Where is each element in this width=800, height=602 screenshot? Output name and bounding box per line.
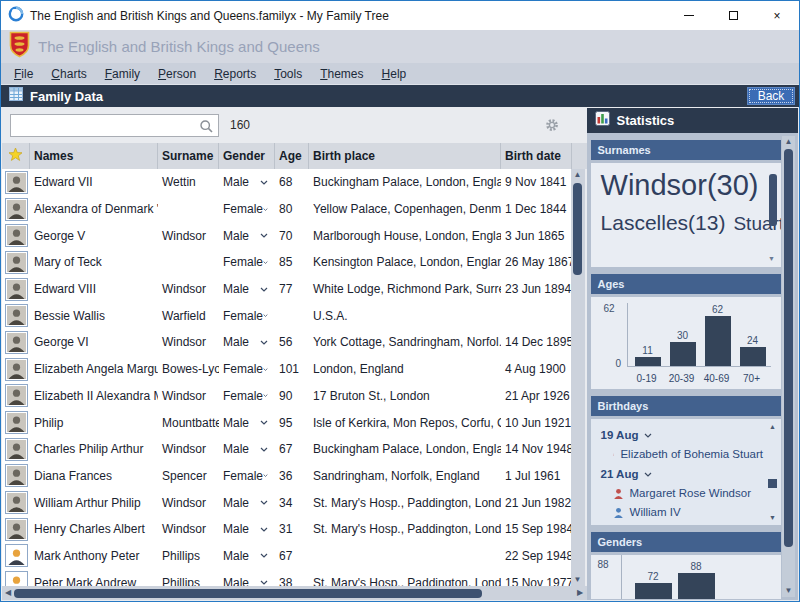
birthday-person[interactable]: Margaret Rose Windsor — [613, 487, 763, 499]
cell-gender[interactable]: Female — [219, 255, 275, 269]
scroll-down-icon[interactable]: ▼ — [767, 514, 778, 521]
person-photo[interactable] — [2, 571, 30, 587]
scroll-right-icon[interactable]: ▶ — [574, 586, 586, 600]
cell-gender[interactable]: Female — [219, 309, 275, 323]
person-photo[interactable] — [2, 198, 30, 221]
person-photo[interactable] — [2, 518, 30, 541]
person-photo[interactable] — [2, 171, 30, 194]
table-row[interactable]: Elizabeth II Alexandra MaryWindsorFemale… — [2, 383, 572, 410]
person-icon — [613, 449, 615, 460]
statistics-scroll-thumb[interactable] — [784, 149, 793, 547]
table-row[interactable]: George VIWindsorMale56York Cottage, Sand… — [2, 329, 572, 356]
column-header-names[interactable]: Names — [30, 143, 158, 169]
cell-gender[interactable]: Male — [219, 335, 275, 349]
person-photo[interactable] — [2, 304, 30, 327]
statistics-scrollbar[interactable]: ▲ ▼ — [782, 136, 795, 597]
menu-item-charts[interactable]: Charts — [42, 67, 95, 81]
scroll-left-icon[interactable]: ◀ — [2, 586, 14, 600]
scroll-down-icon[interactable]: ▼ — [768, 255, 778, 262]
cell-gender[interactable]: Male — [219, 416, 275, 430]
table-row[interactable]: Charles Philip ArthurWindsorMale67Buckin… — [2, 436, 572, 463]
cell-gender[interactable]: Male — [219, 442, 275, 456]
cell-gender[interactable]: Female — [219, 202, 275, 216]
scroll-up-icon[interactable]: ▲ — [767, 423, 778, 430]
table-row[interactable]: Elizabeth Angela MargueriteBowes-LyonFem… — [2, 356, 572, 383]
vertical-scroll-thumb[interactable] — [573, 183, 582, 275]
person-photo[interactable] — [2, 438, 30, 461]
table-row[interactable]: Bessie WallisWarfieldFemaleU.S.A. — [2, 302, 572, 329]
birthday-person[interactable]: Elizabeth of Bohemia Stuart — [613, 448, 763, 460]
favorite-column-header[interactable] — [2, 143, 30, 169]
table-row[interactable]: Mary of TeckFemale85Kensington Palace, L… — [2, 249, 572, 276]
table-row[interactable]: Peter Mark AndrewPhillipsMale38St. Mary'… — [2, 569, 572, 587]
cell-gender[interactable]: Male — [219, 522, 275, 536]
cell-gender[interactable]: Female — [219, 469, 275, 483]
person-photo[interactable] — [2, 384, 30, 407]
surnames-scroll-thumb[interactable] — [769, 174, 777, 226]
person-photo[interactable] — [2, 464, 30, 487]
person-photo[interactable] — [2, 358, 30, 381]
minimize-button[interactable] — [667, 1, 711, 30]
menu-item-reports[interactable]: Reports — [205, 67, 265, 81]
cell-gender[interactable]: Male — [219, 496, 275, 510]
table-row[interactable]: Diana FrancesSpencerFemale36Sandringham,… — [2, 463, 572, 490]
birthdays-scroll-thumb[interactable] — [768, 479, 777, 488]
cell-gender[interactable]: Male — [219, 282, 275, 296]
person-photo[interactable] — [2, 251, 30, 274]
column-header-birth-place[interactable]: Birth place — [309, 143, 501, 169]
table-row[interactable]: Mark Anthony PeterPhillipsMale6722 Sep 1… — [2, 543, 572, 570]
table-row[interactable]: Edward VIIWettinMale68Buckingham Palace,… — [2, 169, 572, 196]
surname-cloud-item[interactable]: Windsor(30) — [601, 169, 765, 202]
birthdays-scrollbar[interactable]: ▲ ▼ — [767, 423, 778, 521]
search-icon[interactable] — [199, 119, 214, 138]
back-button[interactable]: Back — [747, 87, 795, 105]
birthday-date-toggle[interactable]: 21 Aug — [601, 468, 763, 480]
menu-item-themes[interactable]: Themes — [311, 67, 372, 81]
menu-item-help[interactable]: Help — [373, 67, 416, 81]
cell-gender[interactable]: Male — [219, 229, 275, 243]
surname-cloud-item[interactable]: Lascelles(13) — [601, 211, 726, 234]
person-photo[interactable] — [2, 544, 30, 567]
cell-gender[interactable]: Male — [219, 549, 275, 563]
table-row[interactable]: Edward VIIIWindsorMale77White Lodge, Ric… — [2, 276, 572, 303]
birthday-person[interactable]: William IV — [613, 506, 763, 518]
person-photo[interactable] — [2, 331, 30, 354]
column-header-birth-date[interactable]: Birth date — [501, 143, 572, 169]
person-photo[interactable] — [2, 491, 30, 514]
genders-section-header[interactable]: Genders — [591, 532, 781, 552]
scroll-up-icon[interactable]: ▲ — [571, 169, 585, 181]
person-photo[interactable] — [2, 278, 30, 301]
table-row[interactable]: George VWindsorMale70Marlborough House, … — [2, 222, 572, 249]
surnames-section-header[interactable]: Surnames — [591, 140, 781, 160]
menu-item-family[interactable]: Family — [96, 67, 149, 81]
column-header-age[interactable]: Age — [275, 143, 309, 169]
table-row[interactable]: William Arthur PhilipWindsorMale34St. Ma… — [2, 489, 572, 516]
scroll-down-icon[interactable]: ▼ — [782, 585, 795, 597]
horizontal-scroll-thumb[interactable] — [14, 589, 482, 598]
ages-section-header[interactable]: Ages — [591, 274, 781, 294]
birthdays-section-header[interactable]: Birthdays — [591, 396, 781, 416]
table-horizontal-scrollbar[interactable]: ◀ ▶ — [2, 586, 588, 600]
table-row[interactable]: PhilipMountbattenMale95Isle of Kerkira, … — [2, 409, 572, 436]
birthday-date-toggle[interactable]: 19 Aug — [601, 429, 763, 441]
menu-item-tools[interactable]: Tools — [265, 67, 311, 81]
cell-gender[interactable]: Female — [219, 389, 275, 403]
scroll-up-icon[interactable]: ▲ — [782, 136, 795, 148]
settings-gear-icon[interactable] — [545, 118, 559, 136]
person-photo[interactable] — [2, 411, 30, 434]
cell-gender[interactable]: Male — [219, 175, 275, 189]
column-header-surname[interactable]: Surname — [158, 143, 219, 169]
table-row[interactable]: Henry Charles AlbertWindsorMale31St. Mar… — [2, 516, 572, 543]
menu-item-person[interactable]: Person — [149, 67, 205, 81]
search-input[interactable] — [11, 115, 218, 136]
cell-gender[interactable]: Female — [219, 362, 275, 376]
scroll-down-icon[interactable]: ▼ — [571, 574, 585, 586]
close-button[interactable]: × — [755, 1, 799, 30]
menu-item-file[interactable]: File — [5, 67, 42, 81]
table-row[interactable]: Alexandra of Denmark "Alix"Female80Yello… — [2, 196, 572, 223]
person-photo[interactable] — [2, 224, 30, 247]
maximize-button[interactable] — [711, 1, 755, 30]
surnames-scrollbar[interactable]: ▼ — [768, 168, 778, 262]
table-vertical-scrollbar[interactable]: ▲ ▼ — [571, 169, 585, 586]
column-header-gender[interactable]: Gender — [219, 143, 275, 169]
